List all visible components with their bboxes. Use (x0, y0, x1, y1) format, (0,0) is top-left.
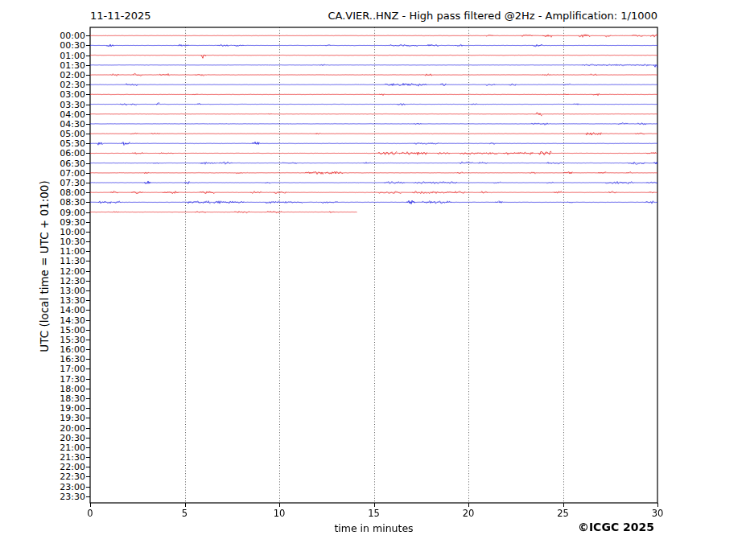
x-axis-label: 20 (463, 508, 475, 519)
x-axis-label: 30 (652, 508, 664, 519)
copyright-label: ©ICGC 2025 (578, 521, 654, 533)
x-axis-label: 0 (87, 508, 93, 519)
x-axis-label: 25 (557, 508, 569, 519)
x-axis-label: 5 (182, 508, 188, 519)
x-axis-label: 10 (274, 508, 286, 519)
x-axis-labels: 051015202530 (0, 0, 746, 560)
x-axis-label: 15 (368, 508, 380, 519)
helicorder-page: 11-11-2025 CA.VIER..HNZ - High pass filt… (0, 0, 746, 560)
x-axis-title: time in minutes (90, 522, 657, 534)
